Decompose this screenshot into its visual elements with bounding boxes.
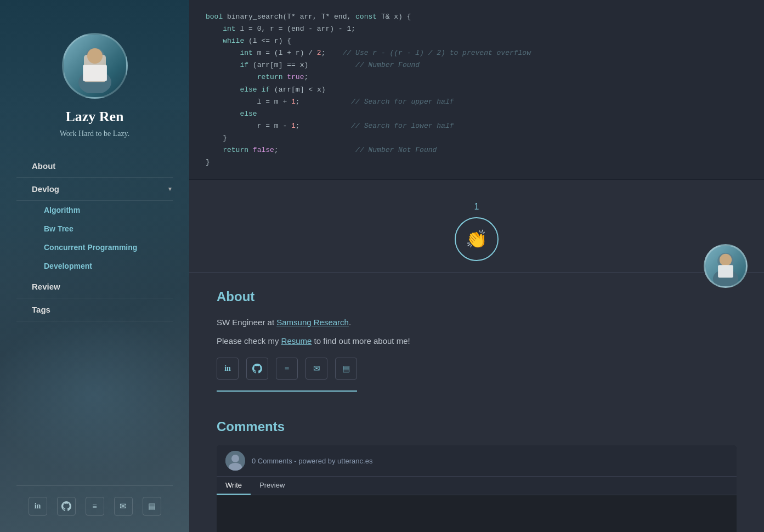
chevron-down-icon: ▼ (167, 186, 173, 192)
sidebar-item-bwtree[interactable]: Bw Tree (16, 219, 173, 238)
code-line-7: else if (arr[m] < x) (206, 84, 748, 96)
tab-preview[interactable]: Preview (251, 477, 293, 495)
like-count: 1 (474, 202, 479, 212)
sidebar-item-review-label: Review (32, 282, 60, 291)
code-line-4: int m = (l + r) / 2; // Use r - ((r - l)… (206, 47, 748, 59)
comments-title: Comments (217, 419, 737, 434)
sidebar-item-development[interactable]: Development (16, 257, 173, 275)
site-subtitle: Work Hard to be Lazy. (60, 129, 129, 138)
code-line-2: int l = 0, r = (end - arr) - 1; (206, 23, 748, 35)
site-title: Lazy Ren (65, 109, 123, 125)
sidebar-email-icon[interactable]: ✉ (114, 497, 133, 516)
samsung-link[interactable]: Samsung Research (276, 318, 349, 327)
about-github-icon[interactable] (246, 358, 268, 380)
about-document-icon[interactable]: ▤ (335, 358, 357, 380)
code-line-11: } (206, 132, 748, 144)
comments-count: 0 Comments - powered by utteranc.es (252, 457, 372, 465)
comments-tabs-bar: Write Preview (217, 477, 737, 495)
about-section: About SW Engineer at Samsung Research. P… (189, 272, 764, 403)
sidebar-item-tags-label: Tags (32, 305, 50, 314)
sidebar-item-algorithm[interactable]: Algorithm (16, 201, 173, 219)
comments-header: 0 Comments - powered by utteranc.es (217, 445, 737, 477)
svg-rect-11 (718, 265, 733, 278)
code-line-9: else (206, 108, 748, 120)
avatar (62, 33, 128, 99)
like-section: 1 👏 (189, 180, 764, 272)
about-social-icons: in ≡ ✉ ▤ (217, 358, 357, 392)
code-line-1: bool binary_search(T* arr, T* end, const… (206, 11, 748, 23)
sidebar: Lazy Ren Work Hard to be Lazy. About Dev… (0, 0, 189, 532)
resume-link[interactable]: Resume (281, 336, 312, 346)
sidebar-document-icon[interactable]: ▤ (143, 497, 161, 516)
email-symbol: ✉ (120, 501, 127, 511)
about-text-2: Please check my Resume to find out more … (217, 334, 737, 348)
code-line-5: if (arr[m] == x) // Number Found (206, 59, 748, 71)
svg-rect-4 (83, 65, 107, 81)
code-block: bool binary_search(T* arr, T* end, const… (189, 0, 764, 180)
sidebar-nav: About Devlog ▼ Algorithm Bw Tree Concurr… (0, 155, 189, 321)
sidebar-item-about[interactable]: About (16, 155, 173, 178)
like-button[interactable]: 👏 (455, 217, 499, 261)
sidebar-github-icon[interactable] (57, 497, 76, 516)
sidebar-item-concurrent[interactable]: Concurrent Programming (16, 238, 173, 257)
document-symbol: ▤ (148, 501, 156, 511)
about-linkedin-icon[interactable]: in (217, 358, 239, 380)
sidebar-item-devlog-label: Devlog (32, 184, 59, 194)
social-bar: in ≡ ✉ ▤ (16, 485, 173, 516)
about-email-icon[interactable]: ✉ (305, 358, 327, 380)
stackoverflow-symbol: ≡ (92, 502, 97, 511)
code-line-8: l = m + 1; // Search for upper half (206, 96, 748, 108)
comment-input-area (217, 495, 737, 532)
sidebar-item-about-label: About (32, 161, 55, 171)
sidebar-devlog-submenu: Algorithm Bw Tree Concurrent Programming… (16, 201, 173, 275)
linkedin-symbol: in (35, 502, 41, 511)
sidebar-item-devlog[interactable]: Devlog ▼ (16, 178, 173, 201)
sidebar-item-review[interactable]: Review (16, 275, 173, 298)
main-content: bool binary_search(T* arr, T* end, const… (189, 0, 764, 532)
sidebar-item-tags[interactable]: Tags (16, 298, 173, 321)
comments-section: Comments 0 Comments - powered by utteran… (189, 403, 764, 532)
floating-avatar (704, 244, 748, 288)
about-title: About (217, 289, 737, 304)
code-line-3: while (l <= r) { (206, 35, 748, 47)
code-line-12: return false; // Number Not Found (206, 144, 748, 156)
clap-icon: 👏 (466, 229, 488, 250)
sidebar-linkedin-icon[interactable]: in (29, 497, 47, 516)
svg-point-10 (720, 254, 732, 266)
commenter-avatar (225, 451, 245, 471)
svg-point-6 (231, 455, 239, 462)
sidebar-stackoverflow-icon[interactable]: ≡ (86, 497, 104, 516)
svg-point-3 (87, 48, 103, 64)
code-line-6: return true; (206, 71, 748, 83)
comments-widget: 0 Comments - powered by utteranc.es Writ… (217, 445, 737, 532)
code-line-13: } (206, 156, 748, 168)
code-line-10: r = m - 1; // Search for lower half (206, 120, 748, 132)
about-text-1: SW Engineer at Samsung Research. (217, 315, 737, 330)
about-stackoverflow-icon[interactable]: ≡ (276, 358, 298, 380)
tab-write[interactable]: Write (217, 477, 251, 495)
